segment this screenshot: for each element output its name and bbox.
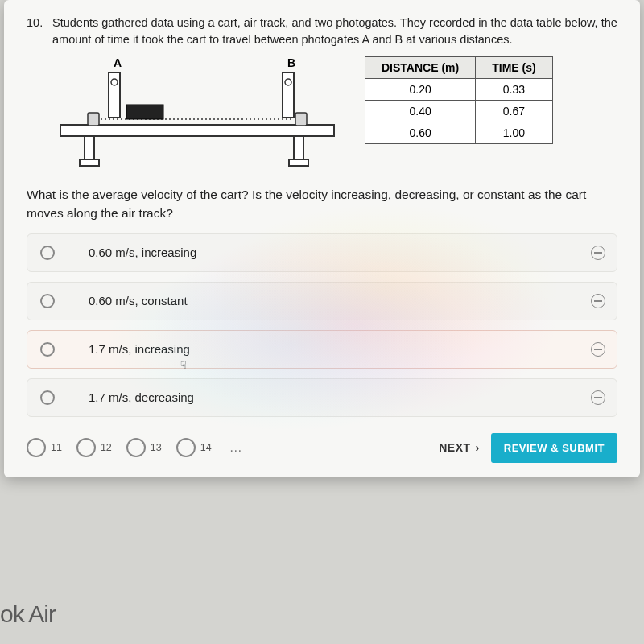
next-label: NEXT <box>439 441 470 454</box>
svg-rect-12 <box>295 113 307 126</box>
nav-ellipsis[interactable]: … <box>229 440 244 455</box>
eliminate-icon[interactable] <box>591 342 605 357</box>
answer-label: 1.7 m/s, increasing <box>89 342 604 356</box>
radio-icon <box>40 294 55 308</box>
eliminate-icon[interactable] <box>591 294 605 308</box>
photogate-label-a: A <box>114 56 122 69</box>
table-cell: 0.20 <box>365 79 476 101</box>
table-cell: 0.33 <box>476 79 552 101</box>
nav-circle-icon <box>176 438 196 457</box>
sub-question: What is the average velocity of the cart… <box>27 186 617 222</box>
svg-rect-3 <box>80 159 99 166</box>
answer-label: 1.7 m/s, decreasing <box>89 390 604 404</box>
nav-question-14[interactable]: 14 <box>176 438 212 457</box>
svg-rect-0 <box>60 125 334 136</box>
data-table: DISTANCE (m) TIME (s) 0.200.330.400.670.… <box>365 56 553 144</box>
table-cell: 0.67 <box>476 101 552 122</box>
svg-rect-4 <box>294 136 303 160</box>
table-cell: 0.40 <box>365 101 476 122</box>
table-header: DISTANCE (m) <box>365 57 476 79</box>
quiz-screen: 10. Students gathered data using a cart,… <box>4 0 640 477</box>
answer-label: 0.60 m/s, increasing <box>89 246 604 259</box>
figure-row: A B <box>52 56 617 173</box>
answer-option[interactable]: 1.7 m/s, increasing☟ <box>27 330 617 369</box>
eliminate-icon[interactable] <box>591 246 605 260</box>
nav-number-label: 13 <box>151 442 162 453</box>
answer-option[interactable]: 0.60 m/s, increasing <box>27 233 617 272</box>
table-cell: 1.00 <box>476 122 552 144</box>
eliminate-icon[interactable] <box>591 390 605 405</box>
nav-number-label: 14 <box>200 442 212 453</box>
nav-circle-icon <box>76 438 96 457</box>
cursor-icon: ☟ <box>180 359 187 371</box>
table-header-row: DISTANCE (m) TIME (s) <box>365 57 553 79</box>
answer-option[interactable]: 1.7 m/s, decreasing <box>27 378 617 417</box>
table-header: TIME (s) <box>476 57 552 79</box>
nav-number-label: 11 <box>51 442 62 453</box>
review-submit-button[interactable]: REVIEW & SUBMIT <box>491 433 617 463</box>
photogate-label-b: B <box>287 56 295 69</box>
nav-question-11[interactable]: 11 <box>27 438 62 457</box>
radio-icon <box>40 246 55 260</box>
svg-rect-2 <box>85 136 94 160</box>
nav-question-12[interactable]: 12 <box>76 438 112 457</box>
nav-circle-icon <box>27 438 46 457</box>
question-text: Students gathered data using a cart, air… <box>52 14 617 48</box>
next-button[interactable]: NEXT › <box>439 441 480 454</box>
radio-icon <box>40 390 55 405</box>
table-row: 0.400.67 <box>365 101 553 122</box>
answer-label: 0.60 m/s, constant <box>89 294 604 308</box>
chevron-right-icon: › <box>476 441 480 454</box>
table-row: 0.200.33 <box>365 79 553 101</box>
svg-rect-5 <box>289 159 308 166</box>
diagram-svg <box>52 56 342 173</box>
svg-rect-11 <box>88 113 99 126</box>
table-row: 0.601.00 <box>365 122 553 144</box>
answer-option[interactable]: 0.60 m/s, constant <box>27 282 617 320</box>
table-cell: 0.60 <box>365 122 476 144</box>
nav-question-13[interactable]: 13 <box>126 438 162 457</box>
answer-options: 0.60 m/s, increasing0.60 m/s, constant1.… <box>27 233 617 417</box>
question-stem: 10. Students gathered data using a cart,… <box>27 14 617 48</box>
svg-rect-10 <box>126 105 163 119</box>
nav-row: 11121314 … NEXT › REVIEW & SUBMIT <box>27 433 617 466</box>
nav-circle-icon <box>126 438 146 457</box>
radio-icon <box>40 342 55 357</box>
question-number: 10. <box>27 14 52 48</box>
air-track-diagram: A B <box>52 56 342 173</box>
device-label: ok Air <box>0 601 56 628</box>
nav-number-label: 12 <box>101 442 112 453</box>
